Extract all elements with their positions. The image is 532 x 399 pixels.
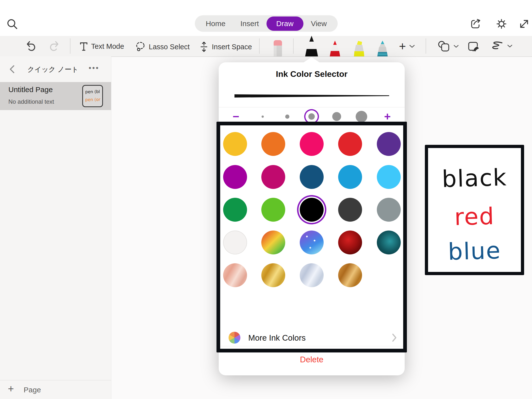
- undo-button[interactable]: [26, 40, 37, 52]
- color-swatch-rose-gold[interactable]: [223, 263, 247, 287]
- sidebar-header: クイック ノート •••: [0, 56, 111, 82]
- back-chevron-icon[interactable]: [8, 64, 17, 74]
- color-swatch-light-green[interactable]: [261, 198, 285, 222]
- color-swatch-green[interactable]: [223, 198, 247, 222]
- delete-pen-button[interactable]: Delete: [219, 355, 405, 364]
- color-swatch-black[interactable]: [300, 198, 324, 222]
- increase-size-button[interactable]: +: [380, 111, 395, 122]
- handwritten-word-red: red: [428, 204, 521, 230]
- stroke-size-dot-3[interactable]: [308, 113, 315, 120]
- lasso-icon: [135, 41, 146, 52]
- plus-icon: +: [399, 40, 406, 52]
- stroke-width-preview: [234, 94, 389, 99]
- color-swatch-light-blue[interactable]: [377, 165, 401, 189]
- page-thumbnail: pen (bl pen (or: [82, 85, 103, 107]
- shapes-button[interactable]: [437, 41, 459, 52]
- color-swatch-gold-yellow[interactable]: [223, 132, 247, 156]
- insert-space-label: Insert Space: [212, 43, 252, 51]
- color-swatch-red[interactable]: [338, 132, 362, 156]
- eraser-tool-icon[interactable]: [272, 40, 284, 57]
- color-swatch-violet[interactable]: [223, 165, 247, 189]
- tab-home[interactable]: Home: [198, 17, 233, 30]
- color-swatch-blue[interactable]: [338, 165, 362, 189]
- more-ink-colors-row[interactable]: More Ink Colors: [219, 331, 405, 345]
- lasso-select-label: Lasso Select: [149, 43, 190, 51]
- ink-annotation-rectangle-words: black red blue: [425, 145, 524, 275]
- settings-gear-icon[interactable]: [495, 17, 508, 30]
- insert-space-button[interactable]: Insert Space: [199, 41, 252, 52]
- plus-icon: +: [8, 384, 14, 394]
- pencil-teal-icon[interactable]: [376, 41, 389, 57]
- fullscreen-expand-icon[interactable]: [518, 17, 531, 30]
- stroke-size-dot-1[interactable]: [262, 116, 264, 118]
- chevron-down-icon: [453, 44, 459, 48]
- thumbnail-ink-line: pen (bl: [85, 87, 102, 96]
- more-ink-colors-label: More Ink Colors: [248, 333, 306, 343]
- text-mode-icon: [79, 41, 88, 51]
- popup-divider: [219, 107, 405, 107]
- add-page-label: Page: [24, 386, 41, 394]
- color-swatch-galaxy[interactable]: [300, 231, 324, 254]
- add-page-button[interactable]: + Page: [0, 380, 111, 399]
- ink-color-selector-popup: Ink Color Selector − + More Ink Colors D…: [219, 62, 405, 375]
- decrease-size-button[interactable]: −: [229, 111, 243, 122]
- highlighter-yellow-icon[interactable]: [352, 41, 366, 57]
- share-icon[interactable]: [469, 17, 482, 30]
- color-swatch-gold[interactable]: [261, 263, 285, 287]
- ink-annotate-button[interactable]: [467, 41, 480, 52]
- popup-title: Ink Color Selector: [219, 69, 405, 79]
- color-swatch-purple[interactable]: [377, 132, 401, 156]
- redo-button[interactable]: [48, 40, 60, 52]
- stroke-size-dot-5[interactable]: [356, 111, 367, 122]
- ink-annotate-icon: [467, 41, 480, 52]
- shapes-icon: [437, 41, 450, 52]
- chevron-down-icon: [409, 44, 415, 48]
- toolbar-divider: [259, 38, 260, 54]
- add-pen-button[interactable]: +: [399, 40, 415, 52]
- page-subtitle: No additional text: [8, 98, 54, 105]
- ribbon-tab-bar: Home Insert Draw View: [195, 15, 338, 32]
- pen-red-icon[interactable]: [329, 41, 341, 57]
- page-list-item-selected[interactable]: Untitled Page No additional text pen (bl…: [0, 82, 111, 110]
- top-bar: Home Insert Draw View: [0, 0, 532, 36]
- chevron-right-icon: [392, 333, 397, 343]
- color-swatch-silver[interactable]: [300, 263, 324, 287]
- color-swatch-bronze[interactable]: [338, 263, 362, 287]
- color-swatch-dark-gray[interactable]: [338, 198, 362, 222]
- text-mode-label: Text Mode: [91, 42, 124, 50]
- more-options-ellipsis-icon[interactable]: •••: [89, 64, 100, 72]
- color-swatch-ocean-teal[interactable]: [377, 231, 401, 254]
- stroke-size-dot-2[interactable]: [285, 115, 289, 119]
- page-list-sidebar: クイック ノート ••• Untitled Page No additional…: [0, 56, 111, 399]
- lasso-select-button[interactable]: Lasso Select: [135, 41, 190, 52]
- color-swatch-white[interactable]: [223, 231, 247, 254]
- text-mode-button[interactable]: Text Mode: [79, 41, 124, 51]
- color-swatch-dark-blue[interactable]: [300, 165, 324, 189]
- thumbnail-ink-line: pen (or: [85, 96, 102, 104]
- tab-draw[interactable]: Draw: [266, 17, 303, 31]
- notebook-title: クイック ノート: [22, 65, 84, 74]
- handwritten-word-black: black: [428, 166, 521, 191]
- tab-insert[interactable]: Insert: [233, 17, 266, 30]
- toolbar-divider: [293, 38, 294, 54]
- toolbar-divider: [426, 38, 426, 54]
- color-wheel-icon: [229, 332, 240, 344]
- free-ink-button[interactable]: [490, 41, 513, 51]
- color-swatch-pink[interactable]: [300, 132, 324, 156]
- page-title: Untitled Page: [8, 85, 53, 94]
- draw-toolbar: Text Mode Lasso Select Insert Space: [0, 36, 532, 57]
- handwritten-word-blue: blue: [428, 238, 521, 264]
- color-swatch-lava-red[interactable]: [338, 231, 362, 254]
- color-swatch-gray[interactable]: [377, 198, 401, 222]
- color-swatch-orange[interactable]: [261, 132, 285, 156]
- popup-divider: [219, 346, 405, 346]
- toolbar-divider: [70, 38, 70, 54]
- insert-space-icon: [199, 41, 209, 52]
- color-swatch-rainbow-glitter[interactable]: [261, 231, 285, 254]
- stroke-size-dot-4[interactable]: [332, 112, 341, 121]
- pen-black-selected-icon[interactable]: [304, 36, 319, 57]
- ink-squiggle-icon: [490, 41, 504, 51]
- search-icon[interactable]: [5, 17, 19, 31]
- color-swatch-magenta[interactable]: [261, 165, 285, 189]
- tab-view[interactable]: View: [303, 17, 334, 30]
